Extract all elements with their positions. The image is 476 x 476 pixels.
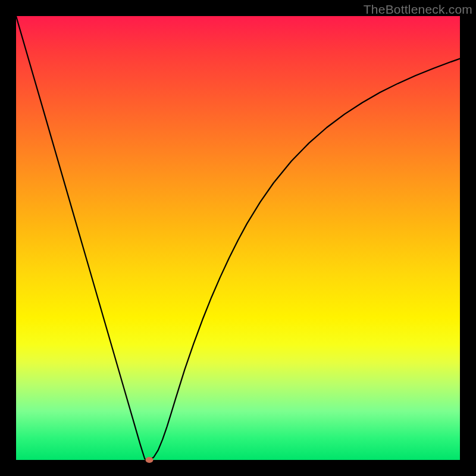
bottleneck-curve: [16, 16, 460, 460]
chart-frame: TheBottleneck.com: [0, 0, 476, 476]
optimum-marker: [145, 457, 153, 463]
plot-area: [16, 16, 460, 460]
watermark-text: TheBottleneck.com: [364, 2, 472, 17]
